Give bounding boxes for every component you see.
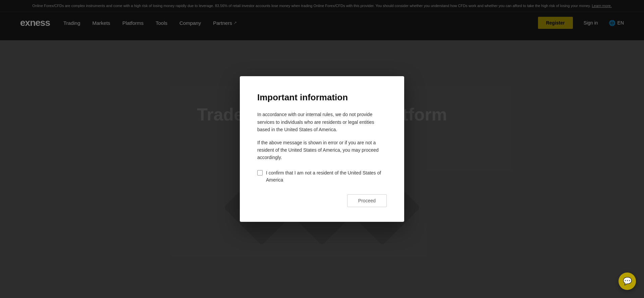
chat-button[interactable]: 💬 bbox=[619, 272, 636, 290]
modal-paragraph-2: If the above message is shown in error o… bbox=[257, 139, 387, 161]
modal-body: In accordance with our internal rules, w… bbox=[257, 111, 387, 161]
important-information-modal: Important information In accordance with… bbox=[240, 76, 404, 221]
chat-icon: 💬 bbox=[623, 277, 632, 286]
modal-title: Important information bbox=[257, 92, 387, 103]
checkbox-label[interactable]: I confirm that I am not a resident of th… bbox=[266, 169, 387, 184]
confirm-checkbox[interactable] bbox=[257, 170, 263, 176]
modal-overlay: Important information In accordance with… bbox=[0, 0, 644, 298]
confirmation-checkbox-row: I confirm that I am not a resident of th… bbox=[257, 169, 387, 184]
proceed-button[interactable]: Proceed bbox=[347, 194, 387, 207]
modal-paragraph-1: In accordance with our internal rules, w… bbox=[257, 111, 387, 133]
modal-footer: Proceed bbox=[257, 194, 387, 207]
